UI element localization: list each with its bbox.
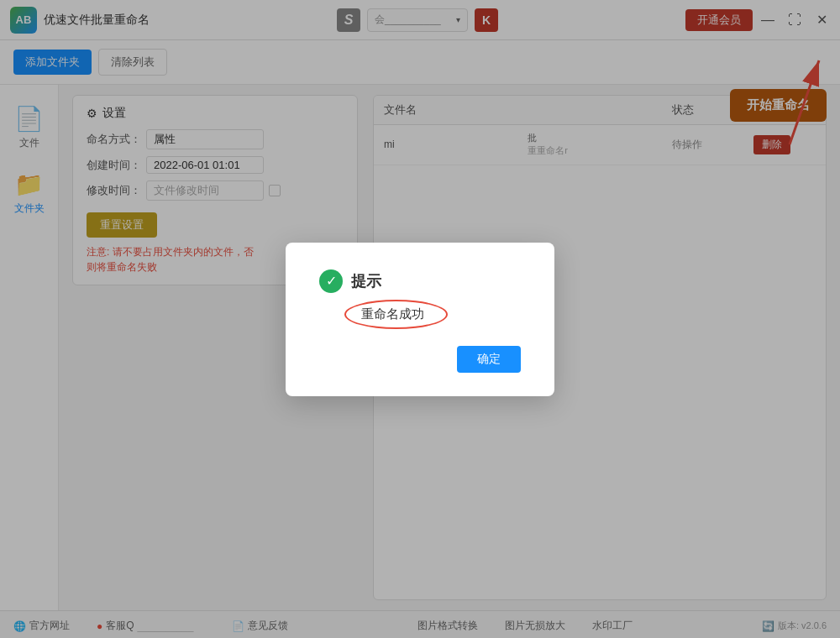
modal-footer: 确定 (319, 346, 521, 373)
modal-box: ✓ 提示 重命名成功 确定 (286, 243, 554, 396)
modal-title-row: ✓ 提示 (319, 269, 521, 293)
confirm-button[interactable]: 确定 (457, 346, 521, 373)
modal-check-icon: ✓ (319, 269, 343, 293)
modal-message-wrapper: 重命名成功 (351, 306, 434, 322)
modal-overlay: ✓ 提示 重命名成功 确定 (0, 0, 840, 638)
modal-message: 重命名成功 (351, 303, 434, 324)
modal-title: 提示 (351, 271, 381, 291)
